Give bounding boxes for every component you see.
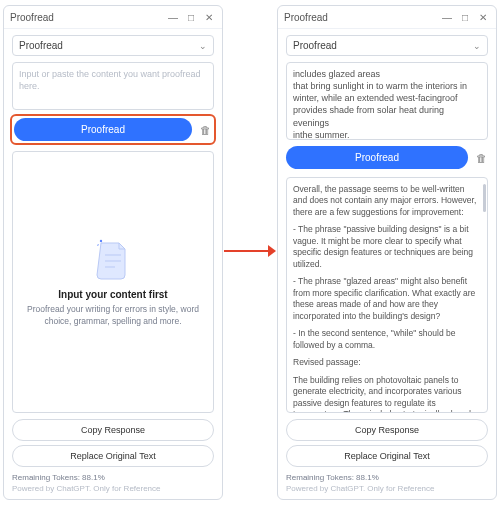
trash-icon[interactable]: 🗑 <box>474 152 488 164</box>
minimize-icon[interactable]: — <box>440 10 454 24</box>
proofread-button[interactable]: Proofread <box>286 146 468 169</box>
action-row: Proofread 🗑 <box>12 116 214 143</box>
replace-original-button[interactable]: Replace Original Text <box>286 445 488 467</box>
content-text: includes glazed areas that bring sunligh… <box>293 69 467 140</box>
proofread-window-right: Proofread — □ ✕ Proofread ⌄ includes gla… <box>277 5 497 500</box>
result-bullet: - The phrase "passive building designs" … <box>293 224 481 270</box>
tokens-remaining: Remaining Tokens: 88.1% <box>286 473 488 482</box>
copy-response-button[interactable]: Copy Response <box>12 419 214 441</box>
svg-point-3 <box>100 240 102 242</box>
empty-state-title: Input your content first <box>58 289 167 300</box>
result-intro: Overall, the passage seems to be well-wr… <box>293 184 481 218</box>
chevron-down-icon: ⌄ <box>473 41 481 51</box>
replace-original-button[interactable]: Replace Original Text <box>12 445 214 467</box>
result-revised-text: The building relies on photovoltaic pane… <box>293 375 481 413</box>
content-input[interactable]: includes glazed areas that bring sunligh… <box>286 62 488 140</box>
result-revised-heading: Revised passage: <box>293 357 361 368</box>
window-title: Proofread <box>284 12 436 23</box>
trash-icon[interactable]: 🗑 <box>198 124 212 136</box>
mode-select[interactable]: Proofread ⌄ <box>12 35 214 56</box>
close-icon[interactable]: ✕ <box>476 10 490 24</box>
result-bullet: - In the second sentence, "while" should… <box>293 328 481 351</box>
minimize-icon[interactable]: — <box>166 10 180 24</box>
empty-state-subtitle: Proofread your writing for errors in sty… <box>19 304 207 327</box>
scrollbar-thumb[interactable] <box>483 184 486 212</box>
powered-by: Powered by ChatGPT. Only for Reference <box>12 484 214 493</box>
maximize-icon[interactable]: □ <box>184 10 198 24</box>
proofread-button[interactable]: Proofread <box>14 118 192 141</box>
svg-marker-5 <box>268 245 276 257</box>
maximize-icon[interactable]: □ <box>458 10 472 24</box>
result-area-empty: Input your content first Proofread your … <box>12 151 214 413</box>
content-input[interactable]: Input or paste the content you want proo… <box>12 62 214 110</box>
action-row: Proofread 🗑 <box>286 146 488 169</box>
mode-selected-label: Proofread <box>19 40 63 51</box>
content-placeholder: Input or paste the content you want proo… <box>19 69 201 91</box>
mode-selected-label: Proofread <box>293 40 337 51</box>
document-icon <box>95 237 131 281</box>
window-title: Proofread <box>10 12 162 23</box>
close-icon[interactable]: ✕ <box>202 10 216 24</box>
mode-select[interactable]: Proofread ⌄ <box>286 35 488 56</box>
proofread-window-left: Proofread — □ ✕ Proofread ⌄ Input or pas… <box>3 5 223 500</box>
chevron-down-icon: ⌄ <box>199 41 207 51</box>
result-area[interactable]: Overall, the passage seems to be well-wr… <box>286 177 488 413</box>
copy-response-button[interactable]: Copy Response <box>286 419 488 441</box>
result-bullet: - The phrase "glazed areas" might also b… <box>293 276 481 322</box>
powered-by: Powered by ChatGPT. Only for Reference <box>286 484 488 493</box>
titlebar: Proofread — □ ✕ <box>4 6 222 29</box>
titlebar: Proofread — □ ✕ <box>278 6 496 29</box>
tokens-remaining: Remaining Tokens: 88.1% <box>12 473 214 482</box>
arrow-right-icon <box>224 241 276 265</box>
